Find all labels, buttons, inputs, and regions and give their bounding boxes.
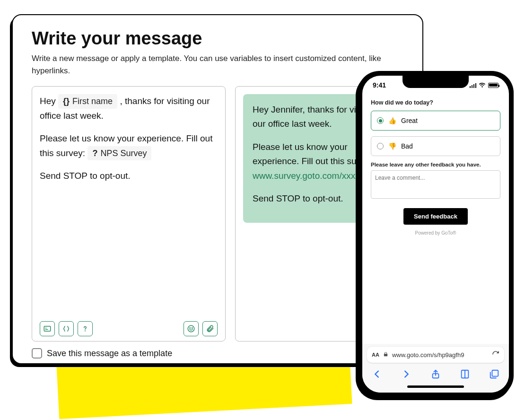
variable-chip-firstname[interactable]: {} First name: [58, 94, 117, 109]
battery-icon: [488, 83, 499, 88]
option-label: Bad: [401, 142, 413, 150]
forward-icon[interactable]: [401, 369, 411, 381]
variable-chip-label: NPS Survey: [100, 147, 147, 160]
bookmarks-icon[interactable]: [460, 369, 470, 381]
preview-link[interactable]: www.survey.goto.com/xxxxx: [253, 171, 364, 181]
editor-content[interactable]: Hey {} First name , thanks for visiting …: [40, 94, 218, 318]
phone-notch: [402, 76, 469, 88]
radio-selected-icon: [377, 117, 384, 124]
home-indicator: [407, 385, 464, 388]
svg-rect-0: [44, 326, 51, 332]
question-icon: ?: [92, 147, 97, 160]
thumbs-up-icon: 👍: [388, 117, 396, 124]
option-great[interactable]: 👍 Great: [371, 111, 500, 131]
lock-icon: [383, 351, 388, 359]
svg-point-2: [188, 325, 194, 332]
powered-by-label: Powered by GoTo®: [371, 230, 500, 236]
url-text: www.goto.com/s/hp9agfh9: [392, 351, 464, 359]
send-feedback-button[interactable]: Send feedback: [403, 208, 468, 225]
svg-point-4: [192, 328, 193, 329]
safari-chrome: AA www.goto.com/s/hp9agfh9: [362, 344, 509, 393]
page-subtitle: Write a new message or apply a template.…: [32, 52, 391, 77]
safari-toolbar: [362, 366, 509, 385]
option-label: Great: [401, 117, 418, 124]
share-icon[interactable]: [430, 369, 441, 381]
variable-chip-label: First name: [72, 95, 113, 108]
reload-icon[interactable]: [492, 350, 499, 359]
signal-icon: [470, 83, 477, 88]
thumbs-down-icon: 👎: [388, 142, 396, 150]
phone-mockup: 9:41 How did we do today? 👍 Great 👎 Bad: [358, 71, 514, 397]
feedback-label: Please leave any other feedback you have…: [371, 162, 500, 167]
editor-text: Hey: [40, 96, 58, 106]
survey-question: How did we do today?: [371, 99, 500, 106]
option-bad[interactable]: 👎 Bad: [371, 136, 500, 156]
back-icon[interactable]: [372, 369, 382, 381]
editor-text: Send STOP to opt-out.: [40, 169, 218, 183]
variable-chip-survey[interactable]: ? NPS Survey: [88, 146, 151, 161]
save-template-row: Save this message as a template: [32, 348, 403, 359]
radio-unselected-icon: [377, 143, 384, 149]
insert-emoji-button[interactable]: [184, 321, 199, 336]
wifi-icon: [479, 81, 486, 89]
svg-point-3: [190, 328, 191, 329]
editor-toolbar: [40, 318, 218, 336]
attach-file-button[interactable]: [202, 321, 218, 336]
save-template-label: Save this message as a template: [47, 349, 172, 359]
page-title: Write your message: [32, 28, 403, 49]
save-template-checkbox[interactable]: [32, 348, 42, 359]
status-time: 9:41: [373, 81, 386, 89]
phone-screen: 9:41 How did we do today? 👍 Great 👎 Bad: [362, 76, 509, 393]
message-editor[interactable]: Hey {} First name , thanks for visiting …: [32, 86, 226, 341]
survey-form: How did we do today? 👍 Great 👎 Bad Pleas…: [362, 95, 509, 344]
reader-mode-icon[interactable]: AA: [372, 352, 379, 358]
svg-point-1: [85, 331, 86, 331]
tabs-icon[interactable]: [489, 369, 499, 381]
insert-template-button[interactable]: [40, 321, 55, 336]
address-bar[interactable]: AA www.goto.com/s/hp9agfh9: [367, 347, 504, 363]
feedback-textarea[interactable]: [371, 170, 500, 199]
insert-survey-button[interactable]: [78, 321, 93, 336]
braces-icon: {}: [63, 95, 70, 108]
insert-variable-button[interactable]: [59, 321, 74, 336]
svg-rect-6: [492, 370, 498, 376]
